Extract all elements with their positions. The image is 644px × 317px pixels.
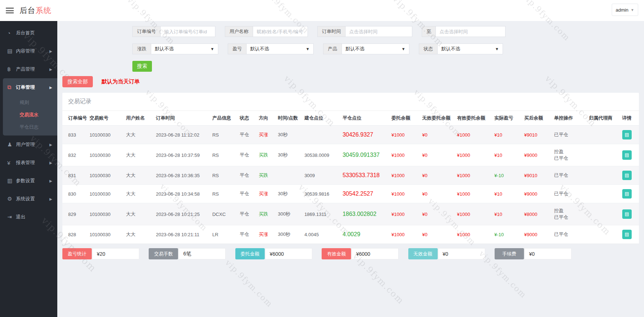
sidebar-subitem[interactable]: 规则 xyxy=(3,96,57,109)
table-cell: 10100030 xyxy=(88,126,125,144)
table-row: 83010100030大大2023-06-28 10:34:58RS平仓买涨30… xyxy=(62,185,639,203)
order-time-start-input[interactable] xyxy=(346,26,412,37)
summary-badge: 交易手数 xyxy=(149,248,178,259)
table-cell: ▤ xyxy=(621,144,639,166)
chevron-right-icon: ▶ xyxy=(49,67,52,71)
table-cell: 控盈 已平仓 xyxy=(553,203,587,225)
column-header: 归属代理商 xyxy=(587,111,621,126)
sidebar-subitem[interactable]: 平仓日志 xyxy=(3,121,57,133)
sidebar-item-orders[interactable]: ⧉订单管理▶ xyxy=(3,78,57,96)
table-cell: 控盈 已平仓 xyxy=(553,144,587,166)
filter-product: 产品 默认不选 ▼ xyxy=(323,43,409,54)
table-cell: ¥1000 xyxy=(390,126,421,144)
table-cell: 30542.2527 xyxy=(341,185,390,203)
user-name-input[interactable] xyxy=(253,26,308,37)
table-cell xyxy=(587,126,621,144)
hamburger-menu-icon[interactable] xyxy=(6,8,14,13)
table-cell: 829 xyxy=(62,203,88,225)
sidebar-active-group: ⧉订单管理▶规则交易流水平仓日志 xyxy=(3,78,57,135)
table-cell: ¥9010 xyxy=(523,126,553,144)
sidebar-item-logout[interactable]: ⇥退出 xyxy=(0,208,57,226)
order-time-end-input[interactable] xyxy=(436,26,505,37)
table-cell: ¥1000 xyxy=(455,126,493,144)
sidebar-item-params[interactable]: ▥参数设置▶ xyxy=(0,172,57,190)
table-cell: 平仓 xyxy=(238,203,257,225)
search-button[interactable]: 搜索 xyxy=(132,61,152,72)
profit-select[interactable]: 默认不选 ▼ xyxy=(247,43,314,54)
table-cell: ¥0 xyxy=(421,185,455,203)
detail-button[interactable]: ▤ xyxy=(622,171,632,180)
records-table: 订单编号交易账号用户姓名订单时间产品信息状态方向时间/点数建仓点位平仓点位委托余… xyxy=(62,111,639,244)
sidebar-subitem[interactable]: 交易流水 xyxy=(3,109,57,121)
table-cell: 30秒 xyxy=(276,144,303,166)
user-menu[interactable]: admin ▼ xyxy=(612,4,638,16)
filter-time-to: 至 xyxy=(422,26,505,37)
sidebar-item-users[interactable]: ♟用户管理▶ xyxy=(0,135,57,154)
table-cell: ¥0 xyxy=(421,225,455,244)
filter-row-2: 涨跌 默认不选 ▼ 盈亏 默认不选 ▼ 产品 默认不选 xyxy=(132,43,639,54)
main-content: 订单编号 用户名称 订单时间 至 涨跌 xyxy=(57,21,644,317)
summary-stat: 盈亏统计¥20 xyxy=(62,248,139,259)
filter-to-label: 至 xyxy=(422,26,436,37)
table-cell: 已平仓 xyxy=(553,185,587,203)
column-header: 单控操作 xyxy=(553,111,587,126)
detail-list-icon: ▤ xyxy=(624,191,629,196)
table-cell: 买涨 xyxy=(257,225,277,244)
table-cell: 买跌 xyxy=(257,144,277,166)
table-cell: 平仓 xyxy=(238,185,257,203)
filter-order-no-label: 订单编号 xyxy=(132,26,161,37)
summary-badge: 无效金额 xyxy=(408,248,438,259)
detail-button[interactable]: ▤ xyxy=(622,209,632,219)
table-cell: 已平仓 xyxy=(553,166,587,185)
table-cell: ¥1000 xyxy=(455,144,493,166)
table-cell: ¥1000 xyxy=(455,225,493,244)
table-row: 82910100030大大2023-06-28 10:21:25DCXC平仓买跌… xyxy=(62,203,639,225)
search-all-button[interactable]: 搜索全部 xyxy=(62,76,93,87)
order-no-input[interactable] xyxy=(161,26,215,37)
detail-button[interactable]: ▤ xyxy=(622,189,632,199)
table-cell: RS xyxy=(211,126,238,144)
sidebar-item-dashboard[interactable]: ◔后台首页 xyxy=(0,24,57,42)
detail-button[interactable]: ▤ xyxy=(622,130,632,139)
summary-stat: 交易手数6笔 xyxy=(149,248,226,259)
table-cell: ¥1000 xyxy=(390,166,421,185)
sidebar-item-product-bitcoin[interactable]: ฿产品管理▶ xyxy=(0,60,57,78)
status-select[interactable]: 默认不选 ▼ xyxy=(438,43,503,54)
detail-button[interactable]: ▤ xyxy=(622,230,632,239)
table-cell: RS xyxy=(211,166,238,185)
sidebar-item-report[interactable]: ¥报表管理▶ xyxy=(0,154,57,172)
table-cell: 大大 xyxy=(125,185,154,203)
summary-value: ¥0 xyxy=(524,248,571,259)
table-cell: ¥9000 xyxy=(523,185,553,203)
table-cell: 833 xyxy=(62,126,88,144)
table-cell: 300秒 xyxy=(276,225,303,244)
table-cell: ¥-10 xyxy=(493,225,523,244)
table-cell xyxy=(303,126,341,144)
chevron-down-icon: ▼ xyxy=(306,47,310,51)
table-cell: 平仓 xyxy=(238,225,257,244)
rise-fall-select[interactable]: 默认不选 ▼ xyxy=(151,43,218,54)
table-cell: ¥10 xyxy=(493,144,523,166)
orders-icon: ⧉ xyxy=(7,84,16,91)
table-cell: 5330533.7318 xyxy=(341,166,390,185)
table-cell: 3009 xyxy=(303,166,341,185)
product-select[interactable]: 默认不选 ▼ xyxy=(342,43,409,54)
table-cell xyxy=(587,203,621,225)
table-cell: ¥1000 xyxy=(390,225,421,244)
column-header: 交易账号 xyxy=(88,111,125,126)
chevron-down-icon: ▼ xyxy=(401,47,405,51)
table-row: 83110100030大大2023-06-28 10:36:35RS平仓买跌30… xyxy=(62,166,639,185)
sidebar-item-content[interactable]: ▤内容管理▶ xyxy=(0,42,57,60)
table-cell: ¥1000 xyxy=(390,144,421,166)
column-header: 无效委托余额 xyxy=(421,111,455,126)
table-cell: ¥-10 xyxy=(493,166,523,185)
detail-button[interactable]: ▤ xyxy=(622,150,632,160)
sidebar-item-gear[interactable]: ⚙系统设置▶ xyxy=(0,190,57,208)
filter-order-time: 订单时间 xyxy=(317,26,412,37)
summary-stat: 委托金额¥6000 xyxy=(235,248,312,259)
table-cell: 买跌 xyxy=(257,166,277,185)
sidebar-item-label: 参数设置 xyxy=(16,178,49,184)
table-cell: 832 xyxy=(62,144,88,166)
table-cell xyxy=(587,166,621,185)
table-cell: ¥8000 xyxy=(523,203,553,225)
